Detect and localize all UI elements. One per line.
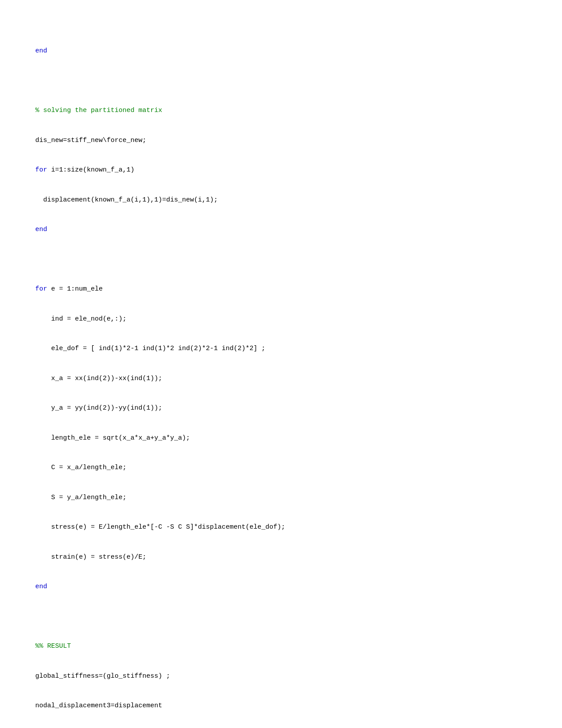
keyword-for-1: for — [35, 166, 47, 174]
code-disnew: dis_new=stiff_new\force_new; — [35, 137, 146, 144]
code-for-1: i=1:size(known_f_a,1) — [47, 166, 134, 174]
code-line-18: global_stiffness=(glo_stiffness) ; — [35, 672, 527, 682]
comment-solving: % solving the partitioned matrix — [35, 107, 162, 114]
code-globalstiffness: global_stiffness=(glo_stiffness) ; — [35, 672, 170, 680]
code-line-4: for i=1:size(known_f_a,1) — [35, 165, 527, 175]
code-line-11: y_a = yy(ind(2))-yy(ind(1)); — [35, 403, 527, 414]
code-line-16: strain(e) = stress(e)/E; — [35, 553, 527, 563]
code-xa: x_a = xx(ind(2))-xx(ind(1)); — [35, 375, 162, 382]
code-line-1: end — [35, 46, 527, 56]
comment-result: %% RESULT — [35, 642, 71, 650]
code-line-comment-1: % solving the partitioned matrix — [35, 106, 527, 116]
code-line-comment-2: %% RESULT — [35, 642, 527, 652]
code-line-8: ind = ele_nod(e,:); — [35, 314, 527, 325]
code-line-6: end — [35, 225, 527, 235]
code-stress: stress(e) = E/length_ele*[-C -S C S]*dis… — [35, 523, 285, 531]
code-line-15: stress(e) = E/length_ele*[-C -S C S]*dis… — [35, 523, 527, 533]
code-strain: strain(e) = stress(e)/E; — [35, 553, 146, 561]
keyword-end-2: end — [35, 226, 47, 233]
code-line-9: ele_dof = [ ind(1)*2-1 ind(1)*2 ind(2)*2… — [35, 344, 527, 354]
code-line-3: dis_new=stiff_new\force_new; — [35, 136, 527, 146]
code-c: C = x_a/length_ele; — [35, 464, 127, 471]
code-ya: y_a = yy(ind(2))-yy(ind(1)); — [35, 404, 162, 412]
code-s: S = y_a/length_ele; — [35, 494, 127, 501]
code-line-12: length_ele = sqrt(x_a*x_a+y_a*y_a); — [35, 433, 527, 444]
code-line-empty-2 — [35, 255, 527, 265]
code-line-17: end — [35, 582, 527, 592]
code-nodaldisplacement: nodal_displacement3=displacement — [35, 702, 162, 709]
code-line-19: nodal_displacement3=displacement — [35, 701, 527, 711]
code-block: end % solving the partitioned matrix dis… — [35, 26, 527, 728]
code-line-empty-3 — [35, 612, 527, 622]
code-eledof: ele_dof = [ ind(1)*2-1 ind(1)*2 ind(2)*2… — [35, 345, 265, 352]
code-line-13: C = x_a/length_ele; — [35, 463, 527, 473]
keyword-end-3: end — [35, 583, 47, 590]
code-line-empty-1 — [35, 76, 527, 86]
code-displacement: displacement(known_f_a(i,1),1)=dis_new(i… — [35, 196, 218, 204]
code-line-10: x_a = xx(ind(2))-xx(ind(1)); — [35, 374, 527, 384]
code-line-5: displacement(known_f_a(i,1),1)=dis_new(i… — [35, 195, 527, 205]
keyword-end-1: end — [35, 47, 47, 55]
code-ind: ind = ele_nod(e,:); — [35, 315, 127, 323]
code-line-7: for e = 1:num_ele — [35, 284, 527, 295]
code-for-2: e = 1:num_ele — [47, 285, 103, 293]
keyword-for-2: for — [35, 285, 47, 293]
code-lengthele: length_ele = sqrt(x_a*x_a+y_a*y_a); — [35, 434, 190, 442]
code-line-14: S = y_a/length_ele; — [35, 493, 527, 503]
